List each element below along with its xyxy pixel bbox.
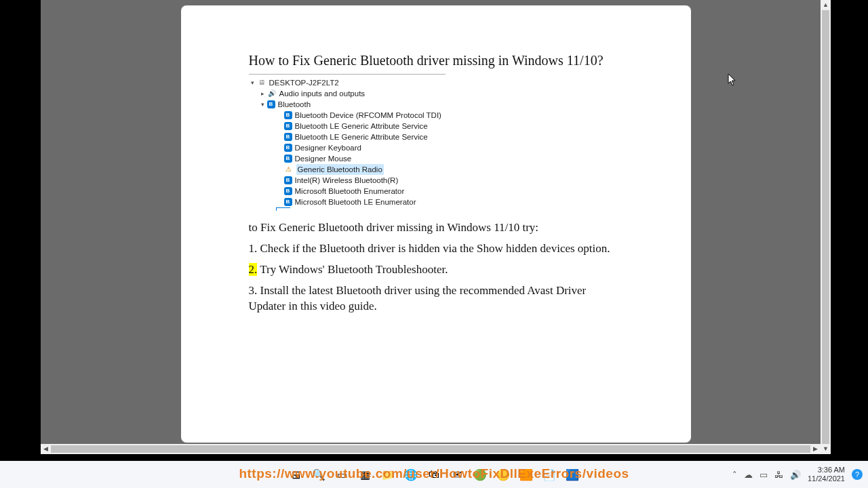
scroll-down-arrow-icon[interactable]: ▼: [821, 444, 831, 454]
bluetooth-icon: B: [284, 111, 292, 119]
tree-item: BDesigner Mouse: [249, 153, 446, 164]
bluetooth-icon: B: [284, 122, 292, 130]
highlight: 2.: [249, 263, 258, 276]
start-icon[interactable]: ⊞: [286, 465, 305, 484]
clock[interactable]: 3:36 AM 11/24/2021: [808, 466, 845, 483]
search-icon[interactable]: 🔍: [309, 465, 328, 484]
intro-text: to Fix Generic Bluetooth driver missing …: [249, 220, 623, 236]
app-icon[interactable]: 📄: [540, 465, 559, 484]
tray-icon[interactable]: ▭: [760, 470, 768, 480]
bluetooth-icon: B: [267, 100, 275, 108]
bluetooth-icon: B: [284, 133, 292, 141]
scroll-right-arrow-icon[interactable]: ▶: [810, 444, 821, 454]
tree-item: BDesigner Keyboard: [249, 142, 446, 153]
network-icon[interactable]: 🖧: [774, 470, 783, 480]
scroll-thumb[interactable]: [51, 445, 810, 453]
audio-icon: 🔊: [267, 89, 277, 98]
bluetooth-icon: B: [284, 187, 292, 195]
page-title: How to Fix Generic Bluetooth driver miss…: [249, 53, 623, 68]
scroll-left-arrow-icon[interactable]: ◀: [41, 444, 51, 454]
tree-item: BBluetooth LE Generic Attribute Service: [249, 121, 446, 131]
collapse-arrow-icon: ▸: [259, 89, 267, 98]
taskbar: ⊞ 🔍 ▭ ▦ 📁 🌐 🛍 ✉ 🟢 🟡 🟧 📄 🟦 ˄ ☁ ▭ 🖧 🔊 3:36…: [0, 461, 868, 488]
tree-item-selected: ⚠Generic Bluetooth Radio: [249, 164, 446, 175]
document-page: How to Fix Generic Bluetooth driver miss…: [181, 5, 691, 443]
bluetooth-icon: B: [284, 176, 292, 184]
tree-item: BIntel(R) Wireless Bluetooth(R): [249, 175, 446, 186]
warning-icon: ⚠: [284, 165, 294, 174]
computer-icon: 🖥: [257, 78, 267, 87]
expand-arrow-icon: ▾: [249, 79, 257, 87]
taskview-icon[interactable]: ▭: [332, 465, 351, 484]
step-2: 2. Try Windows' Bluetooth Troubleshooter…: [249, 262, 623, 278]
tree-audio: ▸ 🔊 Audio inputs and outputs: [249, 88, 446, 99]
scroll-up-arrow-icon[interactable]: ▲: [821, 0, 831, 10]
app-icon[interactable]: 🟢: [471, 465, 490, 484]
mail-icon[interactable]: ✉: [448, 465, 467, 484]
app-icon[interactable]: 🟦: [563, 465, 582, 484]
editor-workspace: How to Fix Generic Bluetooth driver miss…: [41, 0, 831, 454]
store-icon[interactable]: 🛍: [425, 465, 443, 484]
tree-item: BMicrosoft Bluetooth Enumerator: [249, 186, 446, 197]
audio-label: Audio inputs and outputs: [279, 88, 366, 99]
scroll-thumb[interactable]: [822, 10, 829, 444]
taskbar-pinned-apps: ⊞ 🔍 ▭ ▦ 📁 🌐 🛍 ✉ 🟢 🟡 🟧 📄 🟦: [286, 465, 582, 484]
device-manager-screenshot: ▾ 🖥 DESKTOP-J2F2LT2 ▸ 🔊 Audio inputs and…: [249, 74, 446, 211]
root-label: DESKTOP-J2F2LT2: [269, 77, 339, 88]
step-3: 3. Install the latest Bluetooth driver u…: [249, 283, 623, 314]
bluetooth-icon: B: [284, 155, 292, 163]
horizontal-scrollbar[interactable]: ◀ ▶: [41, 444, 821, 454]
expand-arrow-icon: ▾: [259, 100, 267, 109]
app-icon[interactable]: 🟧: [517, 465, 536, 484]
edge-icon[interactable]: 🌐: [401, 465, 420, 484]
widgets-icon[interactable]: ▦: [355, 465, 374, 484]
tree-connector: [276, 207, 290, 211]
date: 11/24/2021: [808, 474, 845, 483]
tree-bluetooth: ▾ B Bluetooth: [249, 99, 446, 110]
bluetooth-icon: B: [284, 198, 292, 206]
tree-item: BMicrosoft Bluetooth LE Enumerator: [249, 197, 446, 207]
step-1: 1. Check if the Bluetooth driver is hidd…: [249, 241, 623, 257]
assist-icon[interactable]: ?: [852, 469, 863, 480]
time: 3:36 AM: [808, 466, 845, 474]
tree-item: BBluetooth Device (RFCOMM Protocol TDI): [249, 110, 446, 121]
bluetooth-icon: B: [284, 144, 292, 152]
tree-root: ▾ 🖥 DESKTOP-J2F2LT2: [249, 77, 446, 88]
bluetooth-label: Bluetooth: [278, 99, 311, 110]
vertical-scrollbar[interactable]: ▲ ▼: [821, 0, 831, 454]
system-tray: ˄ ☁ ▭ 🖧 🔊 3:36 AM 11/24/2021 ?: [732, 461, 863, 488]
tree-item: BBluetooth LE Generic Attribute Service: [249, 131, 446, 142]
onedrive-icon[interactable]: ☁: [744, 470, 753, 480]
chrome-icon[interactable]: 🟡: [494, 465, 513, 484]
explorer-icon[interactable]: 📁: [378, 465, 397, 484]
chevron-up-icon[interactable]: ˄: [732, 470, 737, 480]
volume-icon[interactable]: 🔊: [790, 470, 801, 480]
